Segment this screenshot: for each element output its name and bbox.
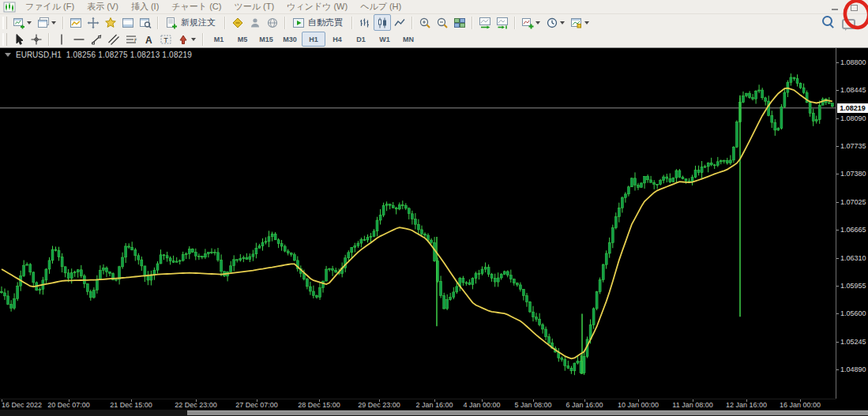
horizontal-line-button[interactable]	[70, 31, 88, 47]
timeframe-mn-button[interactable]: MN	[396, 32, 420, 47]
strategy-tester-button[interactable]	[137, 14, 154, 31]
time-axis[interactable]: 16 Dec 202220 Dec 07:0021 Dec 15:0022 De…	[0, 399, 836, 410]
cursor-arrow-icon	[13, 33, 25, 46]
bar-chart-button[interactable]	[356, 14, 374, 31]
menu-file[interactable]: ファイル (F)	[19, 0, 81, 13]
toolbar-separator	[411, 17, 413, 29]
menu-charts[interactable]: チャート (C)	[165, 0, 227, 13]
toolbar-separator	[514, 17, 516, 29]
periods-clock-icon	[546, 17, 558, 29]
price-axis-label: 1.06310	[840, 254, 866, 262]
candlestick-chart-button[interactable]	[374, 14, 391, 31]
current-price-tag: 1.08219	[837, 103, 868, 113]
chart-hscrollbar[interactable]	[0, 410, 868, 416]
community-person-icon	[249, 17, 261, 29]
profiles-button[interactable]	[35, 14, 59, 31]
terminal-button[interactable]	[119, 14, 137, 31]
shapes-button[interactable]	[175, 31, 199, 47]
text-button[interactable]: A	[140, 31, 157, 47]
app-icon	[3, 2, 16, 13]
chart-plot[interactable]	[0, 48, 836, 399]
indicators-dropdown-icon[interactable]	[535, 21, 540, 24]
menu-bar: ファイル (F) 表示 (V) 挿入 (I) チャート (C) ツール (T) …	[0, 0, 868, 13]
web-button[interactable]	[264, 14, 281, 31]
mt4-window: ファイル (F) 表示 (V) 挿入 (I) チャート (C) ツール (T) …	[0, 0, 868, 416]
cursor-button[interactable]	[10, 31, 28, 47]
periods-dropdown-icon[interactable]	[560, 21, 565, 24]
toolbar-separator	[472, 17, 473, 29]
restore-button[interactable]	[847, 2, 860, 12]
indicators-icon	[521, 17, 534, 29]
minimize-icon	[832, 9, 838, 10]
new-order-button[interactable]: 新規注文	[162, 14, 221, 31]
zoom-out-icon	[436, 17, 449, 29]
metaeditor-icon	[231, 17, 244, 29]
data-window-button[interactable]	[85, 14, 102, 31]
profiles-dropdown-icon[interactable]	[51, 21, 56, 24]
chart-shift-button[interactable]	[494, 14, 511, 31]
autotrading-button[interactable]: 自動売買	[289, 14, 348, 31]
timeframe-m30-button[interactable]: M30	[278, 32, 302, 47]
svg-text:A: A	[145, 34, 152, 45]
toolbar-drag-handle[interactable]	[2, 33, 7, 46]
timeframe-h1-button[interactable]: H1	[302, 32, 325, 47]
menu-help[interactable]: ヘルプ (H)	[354, 0, 408, 13]
chart-ohlc-quotes: 1.08256 1.08275 1.08213 1.08219	[66, 51, 192, 59]
chart-title: EURUSD,H1 1.08256 1.08275 1.08213 1.0821…	[5, 51, 192, 59]
equidistant-channel-icon	[107, 33, 120, 46]
periods-button[interactable]	[543, 14, 568, 31]
crosshair-button[interactable]	[28, 31, 45, 47]
new-chart-dropdown-icon[interactable]	[27, 21, 32, 24]
profiles-icon	[37, 17, 50, 29]
community-button[interactable]	[246, 14, 264, 31]
timeframe-m5-button[interactable]: M5	[231, 32, 254, 47]
timeframe-h4-button[interactable]: H4	[325, 32, 349, 47]
fibonacci-button[interactable]: F	[122, 31, 140, 47]
chart-collapse-arrow-icon[interactable]	[5, 53, 11, 57]
price-axis-label: 1.08090	[840, 114, 866, 122]
line-studies-toolbar: F A T M1 M5 M15 M30 H1 H4 D1 W1	[0, 31, 868, 47]
restore-icon	[851, 5, 858, 11]
horizontal-line-icon	[73, 33, 85, 46]
menu-insert[interactable]: 挿入 (I)	[125, 0, 165, 13]
zoom-in-button[interactable]	[416, 14, 434, 31]
tile-windows-button[interactable]	[451, 14, 468, 31]
toolbar-separator	[62, 17, 64, 29]
timeframe-w1-button[interactable]: W1	[373, 32, 396, 47]
channel-button[interactable]	[105, 31, 122, 47]
price-axis-label: 1.07025	[840, 198, 866, 206]
menu-tools[interactable]: ツール (T)	[227, 0, 280, 13]
metaeditor-button[interactable]	[229, 14, 246, 31]
chat-icon[interactable]	[842, 19, 855, 29]
templates-button[interactable]	[568, 14, 592, 31]
auto-scroll-icon	[479, 17, 491, 29]
templates-dropdown-icon[interactable]	[584, 21, 589, 24]
globe-icon	[266, 17, 279, 29]
toolbar-separator	[157, 17, 159, 29]
search-icon[interactable]	[822, 16, 832, 26]
timeframe-m1-button[interactable]: M1	[207, 32, 231, 47]
menu-view[interactable]: 表示 (V)	[81, 0, 125, 13]
time-axis-label: 6 Jan 16:00	[566, 401, 603, 409]
text-icon: A	[142, 33, 155, 46]
shapes-dropdown-icon[interactable]	[191, 38, 196, 41]
zoom-out-button[interactable]	[434, 14, 451, 31]
text-label-button[interactable]: T	[157, 31, 175, 47]
market-watch-button[interactable]	[67, 14, 85, 31]
data-window-icon	[87, 17, 100, 29]
toolbar-drag-handle[interactable]	[2, 17, 7, 29]
hscrollbar-thumb[interactable]	[187, 410, 868, 415]
trendline-button[interactable]	[88, 31, 105, 47]
price-axis[interactable]: 1.088001.084451.080901.077351.073801.070…	[836, 48, 868, 399]
vertical-line-button[interactable]	[53, 31, 70, 47]
auto-scroll-button[interactable]	[476, 14, 494, 31]
line-chart-button[interactable]	[391, 14, 408, 31]
time-axis-label: 12 Jan 16:00	[726, 401, 767, 409]
timeframe-d1-button[interactable]: D1	[349, 32, 373, 47]
menu-window[interactable]: ウィンドウ (W)	[280, 0, 354, 13]
indicators-button[interactable]	[519, 14, 543, 31]
navigator-button[interactable]	[102, 14, 119, 31]
timeframe-m15-button[interactable]: M15	[254, 32, 278, 47]
minimize-button[interactable]	[829, 2, 841, 12]
new-chart-button[interactable]	[10, 14, 35, 31]
